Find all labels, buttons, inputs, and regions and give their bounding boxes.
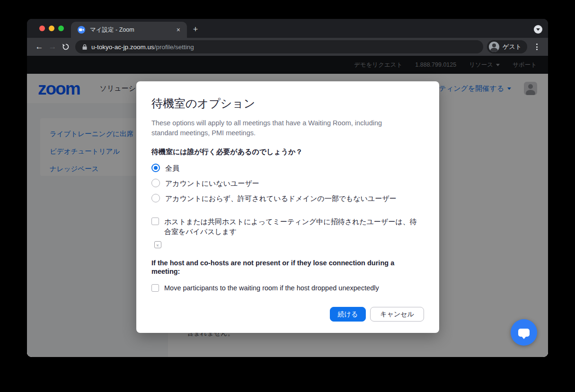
checkbox-icon[interactable] — [151, 284, 159, 292]
checkbox-move-participants[interactable]: Move participants to the waiting room if… — [151, 283, 424, 293]
lock-icon[interactable] — [82, 44, 88, 50]
radio-icon[interactable] — [151, 194, 160, 202]
radio-label: 全員 — [165, 164, 179, 173]
tab-title: マイ設定 - Zoom — [90, 26, 175, 34]
zoom-window-button[interactable] — [58, 26, 64, 31]
profile-button[interactable]: ゲスト — [487, 40, 527, 53]
url-text: u-tokyo-ac-jp.zoom.us/profile/setting — [91, 44, 194, 51]
traffic-lights — [39, 26, 64, 31]
guest-label: ゲスト — [503, 43, 522, 51]
cancel-button[interactable]: キャンセル — [370, 307, 424, 322]
host-absent-heading: If the host and co-hosts are not present… — [151, 259, 424, 276]
browser-tab[interactable]: マイ設定 - Zoom × — [71, 22, 187, 38]
checkbox-label: Move participants to the waiting room if… — [164, 283, 379, 293]
screen: マイ設定 - Zoom × + ← → u-tokyo-ac-jp.zoom.u… — [0, 0, 575, 392]
radio-label: アカウントにいないユーザー — [165, 179, 259, 188]
zoom-favicon-icon — [78, 26, 85, 34]
checkbox-label: ホストまたは共同ホストによってミーティング中に招待されたユーザーは、待合室をバイ… — [164, 217, 424, 236]
radio-selected-icon[interactable] — [151, 164, 160, 172]
tab-strip: マイ設定 - Zoom × + — [27, 19, 548, 38]
checkbox-bypass-waiting-room[interactable]: ホストまたは共同ホストによってミーティング中に招待されたユーザーは、待合室をバイ… — [151, 217, 424, 236]
forward-button[interactable]: → — [46, 40, 59, 53]
tab-search-button[interactable] — [534, 25, 542, 34]
new-tab-button[interactable]: + — [190, 24, 201, 35]
radio-icon[interactable] — [151, 179, 160, 187]
web-page: デモをリクエスト 1.888.799.0125 リソース サポート zoom ソ… — [27, 56, 548, 357]
waiting-room-question: 待機室には誰が行く必要があるのでしょうか？ — [151, 148, 424, 156]
continue-button[interactable]: 続ける — [330, 307, 366, 322]
browser-menu-button[interactable] — [531, 41, 542, 52]
modal-actions: 続ける キャンセル — [330, 307, 424, 322]
radio-option-users-not-in-account[interactable]: アカウントにいないユーザー — [151, 179, 424, 188]
chat-widget-button[interactable] — [511, 319, 537, 346]
guest-avatar-icon — [489, 42, 499, 52]
reload-button[interactable] — [59, 40, 72, 53]
browser-toolbar: ← → u-tokyo-ac-jp.zoom.us/profile/settin… — [27, 38, 548, 56]
tab-close-icon[interactable]: × — [175, 26, 182, 34]
browser-window: マイ設定 - Zoom × + ← → u-tokyo-ac-jp.zoom.u… — [27, 19, 548, 357]
url-path: /profile/setting — [154, 44, 194, 51]
chevron-down-icon — [536, 28, 540, 31]
radio-label: アカウントにおらず、許可されているドメインの一部でもないユーザー — [165, 194, 397, 203]
url-host: u-tokyo-ac-jp.zoom.us — [91, 44, 154, 51]
checkbox-icon[interactable] — [151, 218, 159, 225]
back-button[interactable]: ← — [33, 40, 46, 53]
modal-title: 待機室のオプション — [151, 96, 424, 111]
address-bar[interactable]: u-tokyo-ac-jp.zoom.us/profile/setting — [75, 40, 483, 53]
waiting-room-options-modal: 待機室のオプション These options will apply to al… — [136, 81, 439, 333]
minimize-window-button[interactable] — [49, 26, 54, 31]
close-window-button[interactable] — [39, 26, 45, 31]
chat-bubble-icon — [518, 329, 530, 337]
broken-image-icon: v. — [154, 241, 161, 248]
radio-option-users-not-in-domain[interactable]: アカウントにおらず、許可されているドメインの一部でもないユーザー — [151, 194, 424, 203]
modal-description: These options will apply to all meetings… — [151, 118, 409, 138]
radio-option-everyone[interactable]: 全員 — [151, 164, 424, 173]
